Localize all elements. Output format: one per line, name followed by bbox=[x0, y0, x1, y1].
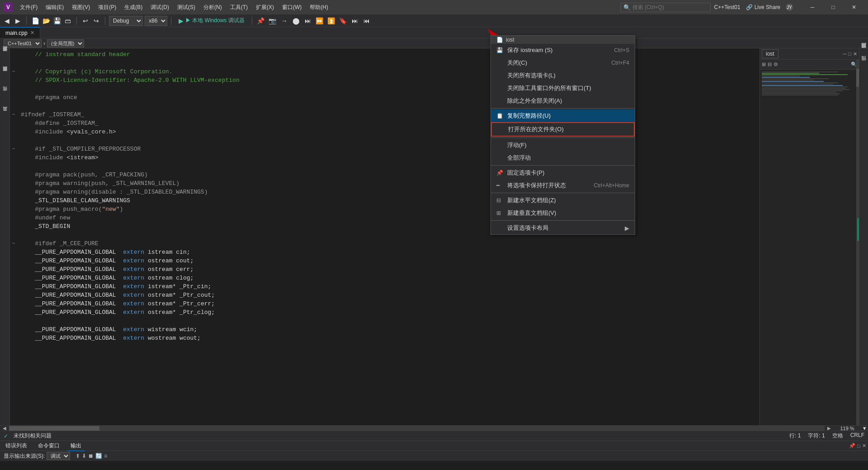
maximize-button[interactable]: □ bbox=[823, 0, 844, 14]
menu-item----s-[interactable]: 测试(S) bbox=[174, 2, 199, 13]
output-float-btn[interactable]: □ bbox=[857, 443, 860, 449]
close-button[interactable]: ✕ bbox=[844, 0, 864, 14]
tab-command-window[interactable]: 命令窗口 bbox=[34, 441, 63, 451]
toolbar-back-button[interactable]: ◀ bbox=[2, 16, 12, 26]
horizontal-scrollbar[interactable]: ◀ ▶ 119 % ▾ bbox=[0, 425, 868, 431]
solution-explorer-sidebar[interactable]: 解决方案资源管理器 bbox=[859, 50, 868, 54]
minimap-icon-1[interactable]: ⊞ bbox=[762, 62, 766, 67]
toolbar-step-button[interactable]: ⏭ bbox=[303, 16, 313, 26]
minimap-container: ⊞ ⊟ ⚙ 🔍 bbox=[760, 60, 859, 425]
output-btn-4[interactable]: 🔄 bbox=[95, 453, 102, 459]
tab-error-list[interactable]: 错误列表 bbox=[2, 441, 31, 451]
right-panel-maximize[interactable]: □ bbox=[848, 51, 851, 57]
toolbar-bookmark-next-button[interactable]: ⏭ bbox=[350, 16, 360, 26]
toolbar-bookmark-prev-button[interactable]: ⏮ bbox=[362, 16, 372, 26]
toolbar-bookmark-button[interactable]: 🔖 bbox=[338, 16, 348, 26]
toolbar-save-all-button[interactable]: 🗃 bbox=[63, 16, 73, 26]
sidebar-team-explorer[interactable]: 团队资源管理器 bbox=[0, 70, 9, 79]
menu-item----w-[interactable]: 窗口(W) bbox=[278, 2, 305, 13]
output-close-btn[interactable]: ✕ bbox=[862, 443, 866, 449]
minimap-line bbox=[762, 78, 829, 79]
menu-save[interactable]: 💾 保存 iostream (S) Ctrl+S bbox=[491, 44, 635, 57]
right-panel-close[interactable]: ✕ bbox=[853, 51, 857, 57]
scrollbar-track[interactable] bbox=[856, 60, 859, 425]
menu-item----v-[interactable]: 视图(V) bbox=[68, 2, 94, 13]
tab-output[interactable]: 输出 bbox=[67, 441, 85, 451]
menu-close-all-but[interactable]: 除此之外全部关闭(A) bbox=[491, 95, 635, 107]
minimap-icon-2[interactable]: ⊟ bbox=[768, 62, 772, 67]
search-box[interactable]: 🔍 bbox=[620, 3, 711, 12]
collapse-23[interactable]: ─ bbox=[10, 239, 17, 248]
output-pin-btn[interactable]: 📌 bbox=[849, 443, 855, 449]
toolbar-new-button[interactable]: 📄 bbox=[30, 16, 40, 26]
toolbar-undo-button[interactable]: ↩ bbox=[80, 16, 90, 26]
menu-copy-path[interactable]: 📋 复制完整路径(U) bbox=[491, 109, 635, 122]
menu-float-label: 浮动(F) bbox=[507, 141, 527, 149]
menu-item----h-[interactable]: 帮助(H) bbox=[306, 2, 332, 13]
collapse-3[interactable]: ─ bbox=[10, 67, 17, 76]
output-btn-1[interactable]: ⬆ bbox=[75, 453, 80, 459]
menu-item----x-[interactable]: 扩展(X) bbox=[252, 2, 278, 13]
menu-new-h-group[interactable]: ⊟ 新建水平文档组(Z) bbox=[491, 194, 635, 207]
menu-item----b-[interactable]: 生成(B) bbox=[121, 2, 146, 13]
toolbar-open-button[interactable]: 📂 bbox=[41, 16, 51, 26]
menu-pin-tab[interactable]: 📌 固定选项卡(P) bbox=[491, 166, 635, 179]
scroll-left-btn[interactable]: ◀ bbox=[0, 426, 9, 431]
menu-item----e-[interactable]: 编辑(E) bbox=[42, 2, 67, 13]
menu-float-all[interactable]: 全部浮动 bbox=[491, 152, 635, 164]
minimize-button[interactable]: ─ bbox=[802, 0, 823, 14]
project-select[interactable]: C++Test01 bbox=[4, 39, 42, 47]
menu-copy-path-icon: 📋 bbox=[496, 113, 504, 119]
toolbar-goto-button[interactable]: → bbox=[279, 16, 289, 26]
sidebar-properties[interactable]: 属性 bbox=[0, 90, 9, 99]
search-input[interactable] bbox=[632, 4, 705, 10]
menu-item----n-[interactable]: 分析(N) bbox=[200, 2, 226, 13]
live-share-button[interactable]: 🔗 Live Share bbox=[746, 4, 780, 10]
toolbar-stepover-button[interactable]: ⏩ bbox=[315, 16, 325, 26]
debug-mode-select[interactable]: Debug Release bbox=[109, 16, 143, 26]
sidebar-solution-explorer[interactable]: 解决方案资源管理器 bbox=[0, 50, 9, 59]
properties-sidebar[interactable]: 属性 bbox=[859, 63, 868, 66]
minimap-icon-3[interactable]: ⚙ bbox=[774, 62, 778, 67]
tab-main-cpp-close[interactable]: ✕ bbox=[30, 30, 34, 36]
scrollbar-thumb-h[interactable] bbox=[9, 426, 99, 431]
sidebar-tools[interactable]: 工具箱 bbox=[0, 110, 9, 119]
zoom-dropdown-btn[interactable]: ▾ bbox=[861, 426, 868, 431]
menu-keep-open[interactable]: ━ 将选项卡保持打开状态 Ctrl+Alt+Home bbox=[491, 179, 635, 192]
toolbar-camera-button[interactable]: 📷 bbox=[268, 16, 278, 26]
menu-open-folder[interactable]: 打开所在的文件夹(O) bbox=[491, 122, 635, 137]
menu-close[interactable]: 关闭(C) Ctrl+F4 bbox=[491, 57, 635, 69]
scope-select[interactable]: (全局范围) bbox=[47, 39, 84, 47]
output-source-select[interactable]: 调试 bbox=[47, 452, 70, 460]
scrollbar-track-h[interactable] bbox=[9, 426, 825, 431]
output-btn-2[interactable]: ⬇ bbox=[82, 453, 86, 459]
platform-select[interactable]: x86 x64 bbox=[145, 16, 167, 26]
output-btn-5[interactable]: ≡ bbox=[104, 453, 107, 459]
run-debugger-button[interactable]: ▶ ▶ 本地 Windows 调试器 bbox=[175, 16, 248, 26]
menu-new-v-group[interactable]: ⊞ 新建垂直文档组(V) bbox=[491, 207, 635, 219]
menu-float[interactable]: 浮动(F) bbox=[491, 139, 635, 152]
toolbar-pin-button[interactable]: 📌 bbox=[256, 16, 266, 26]
menu-item----f-[interactable]: 文件(F) bbox=[16, 2, 41, 13]
scrollbar-thumb[interactable] bbox=[856, 69, 859, 87]
code-editor[interactable]: // iostream standard header ─ // Copyrig… bbox=[10, 48, 760, 425]
menu-close-others[interactable]: 关闭除工具窗口外的所有窗口(T) bbox=[491, 82, 635, 95]
menu-item----t-[interactable]: 工具(T) bbox=[226, 2, 251, 13]
menu-tab-layout[interactable]: 设置选项卡布局 ▶ bbox=[491, 222, 635, 234]
collapse-12[interactable]: ─ bbox=[10, 145, 17, 153]
code-line-27: __PURE_APPDOMAIN_GLOBAL extern ostream c… bbox=[10, 274, 760, 282]
toolbar-stepout-button[interactable]: ⏫ bbox=[326, 16, 336, 26]
menu-item----p-[interactable]: 项目(P) bbox=[94, 2, 120, 13]
output-btn-3[interactable]: ⏹ bbox=[88, 453, 94, 459]
tab-main-cpp[interactable]: main.cpp ✕ bbox=[0, 27, 40, 38]
right-panel-minimize[interactable]: ─ bbox=[843, 51, 847, 57]
toolbar-forward-button[interactable]: ▶ bbox=[13, 16, 23, 26]
toolbar-save-button[interactable]: 💾 bbox=[52, 16, 62, 26]
scroll-right-btn[interactable]: ▶ bbox=[825, 426, 834, 431]
menu-item----d-[interactable]: 调试(D) bbox=[147, 2, 173, 13]
toolbar-redo-button[interactable]: ↪ bbox=[91, 16, 101, 26]
iost-tab[interactable]: iost bbox=[762, 49, 778, 58]
toolbar-breakpoint-button[interactable]: ⬤ bbox=[291, 16, 301, 26]
menu-close-all-tabs[interactable]: 关闭所有选项卡(L) bbox=[491, 69, 635, 82]
collapse-8[interactable]: ─ bbox=[10, 110, 17, 119]
